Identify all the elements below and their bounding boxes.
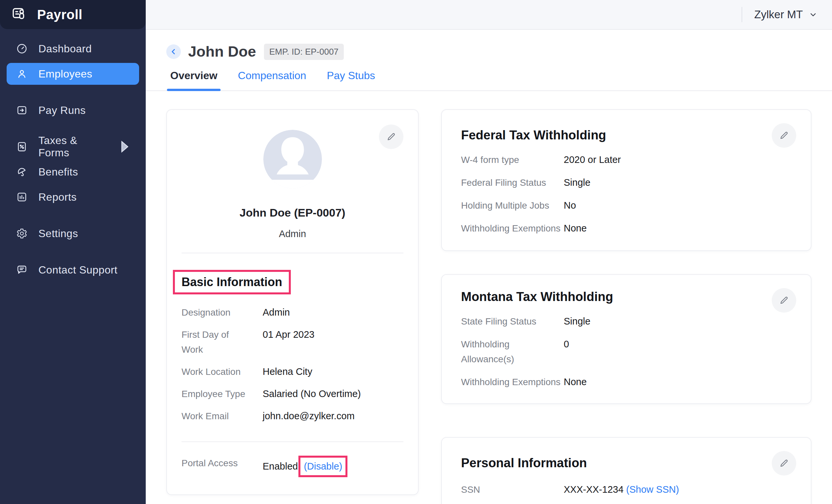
field-row-federal-filing-status: Federal Filing Status Single (461, 175, 791, 190)
montana-tax-title: Montana Tax Withholding (461, 289, 791, 304)
field-row-employee-type: Employee Type Salaried (No Overtime) (182, 387, 404, 401)
field-row-work-email: Work Email john.doe@zylker.com (182, 408, 404, 424)
field-label: Designation (182, 305, 251, 320)
field-value: john.doe@zylker.com (263, 408, 404, 424)
field-value: Single (564, 314, 791, 329)
portal-access-value: Enabled(Disable) (263, 456, 404, 477)
field-value: Admin (263, 305, 404, 320)
tab-overview[interactable]: Overview (170, 70, 218, 90)
field-row-designation: Designation Admin (182, 305, 404, 320)
divider (182, 442, 404, 442)
field-row-w4-form-type: W-4 form type 2020 or Later (461, 152, 791, 167)
edit-federal-tax-button[interactable] (772, 123, 796, 148)
sidebar-nav: Dashboard Employees Pay Runs (0, 29, 146, 284)
sidebar-item-label: Taxes & Forms (38, 134, 109, 159)
field-row-first-day-of-work: First Day of Work 01 Apr 2023 (182, 327, 404, 357)
field-label: Withholding Exemptions (461, 374, 564, 390)
sidebar-item-settings[interactable]: Settings (7, 222, 139, 244)
page-header: John Doe EMP. ID: EP-0007 (166, 43, 832, 60)
profile-name: John Doe (EP-0007) (182, 206, 404, 219)
field-label: Federal Filing Status (461, 175, 564, 190)
field-value: 0 (564, 337, 791, 352)
org-switcher[interactable]: Zylker MT (754, 8, 817, 21)
employee-id-badge: EMP. ID: EP-0007 (264, 44, 344, 60)
divider (182, 253, 404, 253)
field-label: W-4 form type (461, 152, 564, 167)
tab-pay-stubs[interactable]: Pay Stubs (326, 70, 376, 90)
sidebar-item-label: Dashboard (38, 43, 92, 55)
sidebar-item-pay-runs[interactable]: Pay Runs (7, 99, 139, 121)
field-label: First Day of Work (182, 327, 251, 357)
sidebar: Payroll Dashboard Employees (0, 0, 146, 504)
personal-information-fields: SSN XXX-XX-1234 (Show SSN) (461, 482, 791, 497)
taxes-forms-icon (16, 141, 28, 153)
sidebar-item-label: Employees (38, 68, 93, 80)
page-content: John Doe EMP. ID: EP-0007 Overview Compe… (146, 30, 832, 504)
profile-card: John Doe (EP-0007) Admin Basic Informati… (166, 109, 419, 495)
chevron-right-icon (119, 141, 131, 153)
field-label: Employee Type (182, 387, 251, 401)
field-value: Helena City (263, 364, 404, 379)
field-row-withholding-allowances: Withholding Allowance(s) 0 (461, 337, 791, 367)
dashboard-icon (16, 43, 28, 55)
field-row-withholding-exemptions: Withholding Exemptions None (461, 374, 791, 390)
field-label: Work Email (182, 408, 251, 424)
show-ssn-link[interactable]: (Show SSN) (626, 484, 679, 495)
federal-tax-fields: W-4 form type 2020 or Later Federal Fili… (461, 152, 791, 236)
field-label: Withholding Exemptions (461, 221, 564, 236)
benefits-icon (16, 166, 28, 178)
sidebar-item-reports[interactable]: Reports (7, 186, 139, 208)
org-name: Zylker MT (754, 8, 803, 21)
payroll-logo-icon (11, 6, 28, 23)
sidebar-item-label: Benefits (38, 166, 78, 178)
pencil-icon (779, 295, 789, 306)
edit-personal-information-button[interactable] (772, 451, 796, 476)
profile-role: Admin (182, 229, 404, 239)
sidebar-item-label: Reports (38, 191, 77, 203)
sidebar-item-contact-support[interactable]: Contact Support (7, 259, 139, 281)
sidebar-item-benefits[interactable]: Benefits (7, 161, 139, 183)
page-title: John Doe (188, 43, 256, 60)
sidebar-item-taxes-forms[interactable]: Taxes & Forms (7, 136, 139, 158)
field-value: No (564, 198, 791, 213)
personal-information-title: Personal Information (461, 456, 791, 470)
chevron-down-icon (809, 10, 817, 19)
chevron-left-icon (170, 48, 178, 56)
settings-gear-icon (16, 228, 28, 239)
edit-profile-button[interactable] (379, 125, 404, 149)
tabbar: Overview Compensation Pay Stubs (146, 70, 832, 91)
annotation-basic-information: Basic Information (173, 270, 291, 294)
portal-status: Enabled (263, 461, 298, 472)
field-row-portal-access: Portal Access Enabled(Disable) (182, 456, 404, 477)
employees-icon (16, 68, 28, 80)
pencil-icon (779, 130, 789, 141)
field-label: Withholding Allowance(s) (461, 337, 564, 367)
tab-compensation[interactable]: Compensation (237, 70, 307, 90)
topbar-divider (742, 7, 742, 22)
montana-tax-fields: State Filing Status Single Withholding A… (461, 314, 791, 390)
field-value: None (564, 374, 791, 390)
main-area: Zylker MT John Doe EMP. ID: EP-0007 Ove (146, 0, 832, 504)
app-shell: Payroll Dashboard Employees (0, 0, 832, 504)
field-label: SSN (461, 482, 564, 497)
edit-montana-tax-button[interactable] (772, 288, 796, 313)
field-row-holding-multiple-jobs: Holding Multiple Jobs No (461, 198, 791, 213)
sidebar-item-label: Contact Support (38, 264, 118, 276)
sidebar-item-label: Settings (38, 228, 78, 240)
field-value: Salaried (No Overtime) (263, 387, 404, 401)
annotation-disable-link: (Disable) (298, 456, 347, 477)
back-button[interactable] (166, 44, 181, 59)
disable-portal-link[interactable]: (Disable) (304, 461, 342, 472)
pencil-icon (779, 458, 789, 469)
field-row-work-location: Work Location Helena City (182, 364, 404, 379)
field-label: Holding Multiple Jobs (461, 198, 564, 213)
sidebar-item-employees[interactable]: Employees (7, 63, 139, 85)
field-value: 2020 or Later (564, 152, 791, 167)
topbar: Zylker MT (146, 0, 832, 30)
pay-runs-icon (16, 104, 28, 116)
ssn-masked: XXX-XX-1234 (564, 484, 624, 495)
field-value: Single (564, 175, 791, 190)
field-value: None (564, 221, 791, 236)
sidebar-item-dashboard[interactable]: Dashboard (7, 38, 139, 60)
app-logo: Payroll (0, 0, 146, 29)
